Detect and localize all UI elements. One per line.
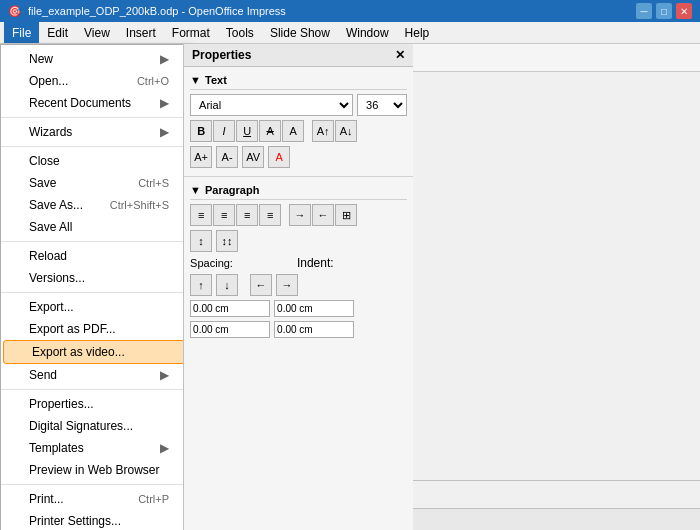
save-all-label: Save All [29,220,72,234]
maximize-button[interactable]: □ [656,3,672,19]
sep-2 [1,146,189,147]
menu-window[interactable]: Window [338,22,397,43]
file-menu-panel: New ▶ Open... Ctrl+O Recent Documents ▶ … [0,44,190,530]
menu-item-send[interactable]: Send ▶ [1,364,189,386]
menu-item-export[interactable]: Export... [1,296,189,318]
indent-right2-btn[interactable]: → [276,274,298,296]
menu-item-printer-settings[interactable]: Printer Settings... [1,510,189,530]
paragraph-section-title: ▼ Paragraph [190,181,407,200]
close-label: Close [29,154,60,168]
font-color-btn[interactable]: A [268,146,290,168]
menu-item-properties[interactable]: Properties... [1,393,189,415]
templates-label: Templates [29,441,84,455]
menu-item-save[interactable]: Save Ctrl+S [1,172,189,194]
menu-item-reload[interactable]: Reload [1,245,189,267]
size-row2: A+ A- AV A [190,146,407,168]
menu-item-recent[interactable]: Recent Documents ▶ [1,92,189,114]
menu-item-save-as[interactable]: Save As... Ctrl+Shift+S [1,194,189,216]
text-section-title: ▼ Text [190,71,407,90]
strikethrough-btn[interactable]: A [259,120,281,142]
indent-left-input[interactable] [274,300,354,317]
line-spacing-row: ↕ ↕↕ [190,230,407,252]
recent-label: Recent Documents [29,96,131,110]
spacing-inputs-row2 [190,321,407,338]
align-left-btn[interactable]: ≡ [190,204,212,226]
para-spacing-btn[interactable]: ↕↕ [216,230,238,252]
export-video-label: Export as video... [32,345,125,359]
spacing-above-btn[interactable]: ↑ [190,274,212,296]
reload-label: Reload [29,249,67,263]
menu-item-close[interactable]: Close [1,150,189,172]
subscript-btn[interactable]: A↓ [335,120,357,142]
superscript-btn[interactable]: A↑ [312,120,334,142]
indent-left2-btn[interactable]: ← [250,274,272,296]
recent-arrow: ▶ [160,96,169,110]
menu-item-export-video[interactable]: Export as video... [3,340,187,364]
title-bar: 🎯 file_example_ODP_200kB.odp - OpenOffic… [0,0,700,22]
app-icon: 🎯 [8,5,22,18]
save-as-shortcut: Ctrl+Shift+S [110,199,169,211]
paragraph-label: Paragraph [205,184,259,196]
italic-btn[interactable]: I [213,120,235,142]
font-size-select[interactable]: 36 [357,94,407,116]
wizards-arrow: ▶ [160,125,169,139]
menu-item-digital-sig[interactable]: Digital Signatures... [1,415,189,437]
columns-btn[interactable]: ⊞ [335,204,357,226]
menu-tools[interactable]: Tools [218,22,262,43]
printer-settings-label: Printer Settings... [29,514,121,528]
increase-size-btn[interactable]: A+ [190,146,212,168]
align-right-btn[interactable]: ≡ [236,204,258,226]
menu-item-save-all[interactable]: Save All [1,216,189,238]
sep-1 [1,117,189,118]
menu-insert[interactable]: Insert [118,22,164,43]
menu-help[interactable]: Help [397,22,438,43]
new-arrow: ▶ [160,52,169,66]
menu-item-export-pdf[interactable]: Export as PDF... [1,318,189,340]
menu-file[interactable]: File [4,22,39,43]
spacing-top-input[interactable] [190,300,270,317]
menu-format[interactable]: Format [164,22,218,43]
indent-right-input[interactable] [274,321,354,338]
print-shortcut: Ctrl+P [138,493,169,505]
title-bar-controls: ─ □ ✕ [636,3,692,19]
menu-item-wizards[interactable]: Wizards ▶ [1,121,189,143]
font-select[interactable]: Arial [190,94,353,116]
list-group: → ← ⊞ [289,204,357,226]
bold-italic-group: B I U A A [190,120,304,142]
line-spacing-btn[interactable]: ↕ [190,230,212,252]
minimize-button[interactable]: ─ [636,3,652,19]
main-content-area: Slide Sorter Normal Outline Notes Handou… [190,44,413,530]
indent-left-btn[interactable]: ← [312,204,334,226]
spacing-bottom-input[interactable] [190,321,270,338]
save-label: Save [29,176,56,190]
spacing-btn[interactable]: AV [242,146,264,168]
close-button[interactable]: ✕ [676,3,692,19]
text-section: ▼ Text Arial 36 B I U A [184,67,413,176]
align-center-btn[interactable]: ≡ [213,204,235,226]
underline-btn[interactable]: U [236,120,258,142]
decrease-size-btn[interactable]: A- [216,146,238,168]
spacing-label: Spacing: [190,257,233,269]
menu-item-preview[interactable]: Preview in Web Browser [1,459,189,481]
preview-label: Preview in Web Browser [29,463,160,477]
menu-item-templates[interactable]: Templates ▶ [1,437,189,459]
menu-item-new[interactable]: New ▶ [1,48,189,70]
collapse-icon[interactable]: ▼ [190,74,201,86]
menu-edit[interactable]: Edit [39,22,76,43]
align-justify-btn[interactable]: ≡ [259,204,281,226]
spacing-below-btn[interactable]: ↓ [216,274,238,296]
print-label: Print... [29,492,64,506]
properties-close-icon[interactable]: ✕ [395,48,405,62]
file-dropdown: New ▶ Open... Ctrl+O Recent Documents ▶ … [0,44,413,530]
indent-right-btn[interactable]: → [289,204,311,226]
shadow-btn[interactable]: A [282,120,304,142]
spacing-inputs-row1 [190,300,407,317]
menu-view[interactable]: View [76,22,118,43]
text-label: Text [205,74,227,86]
menu-item-open[interactable]: Open... Ctrl+O [1,70,189,92]
menu-slideshow[interactable]: Slide Show [262,22,338,43]
menu-item-versions[interactable]: Versions... [1,267,189,289]
menu-item-print[interactable]: Print... Ctrl+P [1,488,189,510]
collapse-icon-2[interactable]: ▼ [190,184,201,196]
bold-btn[interactable]: B [190,120,212,142]
